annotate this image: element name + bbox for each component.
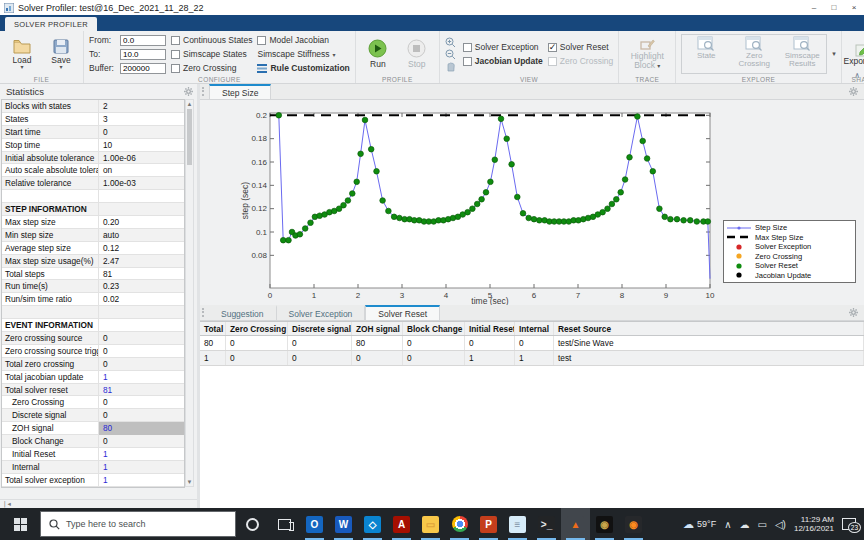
stats-row[interactable]: Auto scale absolute toleranceon: [2, 164, 184, 177]
explore-more-caret[interactable]: ▾: [832, 50, 836, 58]
dark-circle-app-taskbar-button[interactable]: ◉: [590, 508, 619, 540]
stats-value[interactable]: 80: [99, 422, 184, 435]
weather-widget[interactable]: ☁59°F: [683, 518, 716, 531]
simscape-states-checkbox[interactable]: Simscape States: [171, 48, 252, 61]
chevron-up-icon[interactable]: ∧: [724, 519, 731, 530]
stats-row[interactable]: Initial Reset1: [2, 448, 184, 461]
stats-row[interactable]: Total steps81: [2, 268, 184, 281]
tab-step-size[interactable]: Step Size: [209, 84, 271, 99]
stats-row[interactable]: Block Change0: [2, 435, 184, 448]
stats-row[interactable]: Blocks with states2: [2, 100, 184, 113]
stats-row[interactable]: Total jacobian update1: [2, 371, 184, 384]
gear-icon[interactable]: [184, 87, 193, 96]
close-button[interactable]: ×: [844, 1, 864, 15]
capture-app-taskbar-button[interactable]: ◉: [619, 508, 648, 540]
taskbar-search[interactable]: Type here to search: [40, 511, 236, 537]
notepad-taskbar-button[interactable]: ≡: [503, 508, 532, 540]
stats-row[interactable]: EVENT INFORMATION: [2, 319, 184, 332]
stats-row[interactable]: Zero crossing source triggered0: [2, 345, 184, 358]
to-input[interactable]: [120, 49, 166, 60]
stats-row[interactable]: Zero crossing source0: [2, 332, 184, 345]
minimize-button[interactable]: –: [804, 1, 824, 15]
stats-row[interactable]: Internal1: [2, 461, 184, 474]
stats-row[interactable]: [2, 190, 184, 203]
notification-icon[interactable]: 23: [842, 518, 856, 530]
run-button[interactable]: Run: [361, 39, 395, 69]
start-button[interactable]: [0, 508, 40, 540]
matlab-taskbar-button[interactable]: ▲: [561, 508, 590, 540]
stats-row[interactable]: Zero Crossing0: [2, 396, 184, 409]
column-header[interactable]: Discrete signal: [288, 322, 352, 335]
stats-row[interactable]: Discrete signal0: [2, 409, 184, 422]
stats-row[interactable]: Total solver reset81: [2, 384, 184, 397]
model-jacobian-checkbox[interactable]: Model Jacobian: [257, 34, 349, 47]
stats-row[interactable]: [2, 306, 184, 319]
solver-exception-checkbox[interactable]: Solver Exception: [463, 41, 543, 54]
collapse-ribbon-icon[interactable]: ∧: [854, 71, 860, 80]
cortana-button[interactable]: [236, 508, 268, 540]
rule-customization-button[interactable]: Rule Customization: [257, 62, 349, 75]
stats-row[interactable]: Min step sizeauto: [2, 229, 184, 242]
scroll-left-icon[interactable]: ❘◂: [2, 500, 11, 508]
maximize-button[interactable]: □: [824, 1, 844, 15]
scroll-down-icon[interactable]: ▼: [187, 478, 193, 486]
tab-solver-profiler[interactable]: SOLVER PROFILER: [5, 17, 97, 31]
stats-row[interactable]: States3: [2, 113, 184, 126]
onedrive-icon[interactable]: ☁: [739, 519, 749, 530]
stats-value[interactable]: 81: [99, 384, 184, 397]
terminal-taskbar-button[interactable]: >_: [532, 508, 561, 540]
tab-solver-exception[interactable]: Solver Exception: [277, 305, 366, 320]
stats-value[interactable]: 1: [99, 448, 184, 461]
stats-value[interactable]: 1: [99, 371, 184, 384]
zoom-out-icon[interactable]: [445, 49, 456, 60]
continuous-states-checkbox[interactable]: Continuous States: [171, 34, 252, 47]
stats-row[interactable]: ZOH signal80: [2, 422, 184, 435]
task-view-button[interactable]: [268, 508, 300, 540]
column-header[interactable]: Reset Source: [554, 322, 864, 335]
statistics-horizontal-scrollbar[interactable]: ❘◂: [0, 499, 197, 508]
table-row[interactable]: 1000011test: [200, 351, 864, 366]
stats-row[interactable]: Total solver exception1: [2, 474, 184, 487]
column-header[interactable]: Block Change: [403, 322, 465, 335]
stats-row[interactable]: Start time0: [2, 126, 184, 139]
column-header[interactable]: ZOH signal: [352, 322, 403, 335]
zero-crossing-checkbox[interactable]: Zero Crossing: [171, 62, 252, 75]
simscape-stiffness-dropdown[interactable]: Simscape Stiffness▾: [257, 48, 349, 61]
zoom-in-icon[interactable]: [445, 37, 456, 48]
stats-row[interactable]: Average step size0.12: [2, 242, 184, 255]
stats-row[interactable]: Max step size usage(%)2.47: [2, 255, 184, 268]
stats-row[interactable]: Total zero crossing0: [2, 358, 184, 371]
scrollbar-thumb[interactable]: [187, 109, 192, 165]
tab-solver-reset[interactable]: Solver Reset: [365, 305, 440, 320]
load-dropdown-caret[interactable]: ▾: [20, 65, 23, 70]
gear-icon[interactable]: [849, 308, 858, 317]
pan-hand-icon[interactable]: [445, 61, 456, 72]
column-header[interactable]: Initial Reset: [465, 322, 515, 335]
stats-row[interactable]: Relative tolerance1.00e-03: [2, 177, 184, 190]
file-explorer-taskbar-button[interactable]: ▭: [416, 508, 445, 540]
stats-row[interactable]: STEP INFORMATION: [2, 203, 184, 216]
column-header[interactable]: Zero Crossing: [226, 322, 288, 335]
acrobat-taskbar-button[interactable]: A: [387, 508, 416, 540]
column-header[interactable]: Internal: [515, 322, 554, 335]
speaker-icon[interactable]: ◁): [775, 519, 786, 530]
export-tab-button[interactable]: Export Tab: [847, 42, 864, 66]
chrome-taskbar-button[interactable]: [445, 508, 474, 540]
save-dropdown-caret[interactable]: ▾: [59, 65, 62, 70]
stats-row[interactable]: Run time(s)0.23: [2, 280, 184, 293]
scroll-up-icon[interactable]: ▲: [187, 100, 193, 108]
jacobian-update-checkbox[interactable]: Jacobian Update: [463, 55, 543, 68]
save-button[interactable]: Save ▾: [44, 39, 78, 70]
step-size-chart[interactable]: 0123456789100.080.10.120.140.160.180.2ti…: [200, 100, 864, 305]
display-icon[interactable]: ▭: [757, 519, 766, 530]
table-row[interactable]: 800080000test/Sine Wave: [200, 336, 864, 351]
word-taskbar-button[interactable]: W: [329, 508, 358, 540]
stats-row[interactable]: Stop time10: [2, 139, 184, 152]
gear-icon[interactable]: [849, 87, 858, 96]
statistics-vertical-scrollbar[interactable]: ▲ ▼: [185, 99, 194, 487]
stats-row[interactable]: Max step size0.20: [2, 216, 184, 229]
stats-value[interactable]: 1: [99, 474, 184, 487]
solver-reset-checkbox[interactable]: Solver Reset: [548, 41, 613, 54]
load-button[interactable]: Load ▾: [5, 39, 39, 70]
outlook-taskbar-button[interactable]: O: [300, 508, 329, 540]
